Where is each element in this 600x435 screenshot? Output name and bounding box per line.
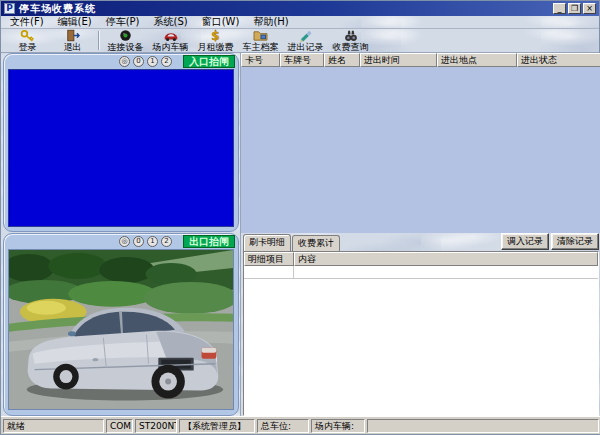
status-vehicles-inside: 场内车辆: [311, 419, 365, 433]
column-header-content[interactable]: 内容 [294, 252, 598, 266]
status-ready: 就绪 [3, 419, 104, 433]
camera-select-button[interactable]: ◎ [119, 236, 130, 247]
status-bar: 就绪 COM1 ST200NT2 【系统管理员】 总车位: 场内车辆: [1, 416, 600, 434]
folder-icon [253, 30, 268, 42]
inout-records-table: 卡号 车牌号 姓名 进出时间 进出地点 进出状态 [240, 53, 600, 233]
camera-select-button[interactable]: 1 [147, 236, 158, 247]
detail-table: 明细项目 内容 [243, 251, 599, 416]
minimize-button[interactable]: _ [553, 3, 566, 14]
status-operator: 【系统管理员】 [179, 419, 255, 433]
toolbar-label: 连接设备 [108, 42, 144, 52]
status-device-model: ST200NT2 [135, 419, 177, 433]
menu-item-parking[interactable]: 停车(P) [101, 15, 149, 29]
entry-gate-button[interactable]: 入口抬闸 [183, 55, 235, 68]
camera-select-button[interactable]: 0 [133, 56, 144, 67]
status-total-spaces: 总车位: [257, 419, 309, 433]
menu-bar: 文件(F) 编辑(E) 停车(P) 系统(S) 窗口(W) 帮助(H) [1, 16, 599, 29]
toolbar-button-vehicles-inside[interactable]: 场内车辆 [148, 29, 193, 52]
column-header-name[interactable]: 姓名 [324, 53, 360, 67]
toolbar-label: 场内车辆 [153, 42, 189, 52]
column-header-card-no[interactable]: 卡号 [241, 53, 280, 67]
column-header-plate-no[interactable]: 车牌号 [280, 53, 324, 67]
clear-records-button[interactable]: 清除记录 [551, 233, 599, 250]
exit-camera-photo [8, 249, 234, 411]
records-column: 卡号 车牌号 姓名 进出时间 进出地点 进出状态 刷卡明细 收费累计 调入记录 … [240, 53, 600, 418]
camera-icon [119, 30, 132, 42]
main-area: ◎ 0 1 2 入口抬闸 ◎ 0 1 2 出口抬闸 [1, 53, 600, 418]
exit-icon [66, 30, 80, 42]
toolbar-label: 退出 [64, 42, 82, 52]
column-header-detail-item[interactable]: 明细项目 [244, 252, 294, 266]
menu-item-help[interactable]: 帮助(H) [248, 15, 297, 29]
column-header-inout-time[interactable]: 进出时间 [360, 53, 437, 67]
svg-text:$: $ [211, 29, 219, 42]
records-list-body[interactable] [241, 67, 600, 233]
entry-panel-header: ◎ 0 1 2 入口抬闸 [4, 54, 238, 68]
toolbar-button-fee-query[interactable]: 收费查询 [328, 29, 373, 52]
detail-item-cell [244, 266, 294, 278]
binoculars-icon [344, 30, 358, 42]
toolbar-button-monthly-payment[interactable]: $ 月租缴费 [193, 29, 238, 52]
status-com-port: COM1 [106, 419, 133, 433]
tab-swipe-detail[interactable]: 刷卡明细 [243, 234, 291, 251]
tab-fee-accumulate[interactable]: 收费累计 [292, 235, 340, 251]
detail-content-cell [294, 266, 598, 278]
app-window: P 停车场收费系统 _ ❐ × 文件(F) 编辑(E) 停车(P) 系统(S) … [0, 0, 600, 435]
car-icon [163, 30, 179, 42]
toolbar-separator [98, 31, 100, 50]
toolbar-label: 登录 [19, 42, 37, 52]
column-header-inout-place[interactable]: 进出地点 [437, 53, 517, 67]
menu-item-file[interactable]: 文件(F) [5, 15, 53, 29]
app-icon: P [4, 3, 15, 14]
camera-select-button[interactable]: 1 [147, 56, 158, 67]
detail-list-body[interactable] [244, 279, 598, 415]
restore-button[interactable]: ❐ [568, 3, 581, 14]
toolbar-button-owner-files[interactable]: 车主档案 [238, 29, 283, 52]
camera-column: ◎ 0 1 2 入口抬闸 ◎ 0 1 2 出口抬闸 [1, 53, 240, 418]
toolbar-label: 收费查询 [333, 42, 369, 52]
menu-item-edit[interactable]: 编辑(E) [53, 15, 101, 29]
exit-panel-header: ◎ 0 1 2 出口抬闸 [4, 234, 238, 248]
status-extra [367, 419, 599, 433]
toolbar-button-inout-records[interactable]: 进出记录 [283, 29, 328, 52]
camera-select-button[interactable]: ◎ [119, 56, 130, 67]
detail-tabstrip: 刷卡明细 收费累计 调入记录 清除记录 [243, 234, 599, 251]
entry-camera-screen [8, 69, 234, 227]
key-icon [20, 30, 36, 42]
toolbar: 登录 退出 连接设备 场内车辆 $ 月租缴费 [1, 29, 599, 53]
exit-camera-panel: ◎ 0 1 2 出口抬闸 [3, 233, 239, 417]
menu-item-window[interactable]: 窗口(W) [197, 15, 249, 29]
camera-select-button[interactable]: 2 [161, 56, 172, 67]
toolbar-button-login[interactable]: 登录 [5, 29, 50, 52]
camera-select-button[interactable]: 2 [161, 236, 172, 247]
window-title: 停车场收费系统 [19, 2, 551, 16]
close-button[interactable]: × [583, 3, 596, 14]
record-icon [299, 30, 313, 42]
toolbar-label: 进出记录 [288, 42, 324, 52]
exit-gate-button[interactable]: 出口抬闸 [183, 235, 235, 248]
load-records-button[interactable]: 调入记录 [501, 233, 549, 250]
camera-select-button[interactable]: 0 [133, 236, 144, 247]
title-bar: P 停车场收费系统 _ ❐ × [1, 1, 599, 16]
toolbar-label: 月租缴费 [198, 42, 234, 52]
detail-header-row: 明细项目 内容 [244, 252, 598, 266]
column-header-inout-status[interactable]: 进出状态 [517, 53, 600, 67]
toolbar-button-exit[interactable]: 退出 [50, 29, 95, 52]
dollar-icon: $ [209, 30, 222, 42]
records-header-row: 卡号 车牌号 姓名 进出时间 进出地点 进出状态 [241, 53, 600, 67]
detail-section: 刷卡明细 收费累计 调入记录 清除记录 明细项目 内容 [240, 233, 600, 418]
menu-item-system[interactable]: 系统(S) [149, 15, 197, 29]
entry-camera-panel: ◎ 0 1 2 入口抬闸 [3, 53, 239, 232]
toolbar-button-connect-device[interactable]: 连接设备 [103, 29, 148, 52]
toolbar-label: 车主档案 [243, 42, 279, 52]
detail-empty-row [244, 266, 598, 279]
